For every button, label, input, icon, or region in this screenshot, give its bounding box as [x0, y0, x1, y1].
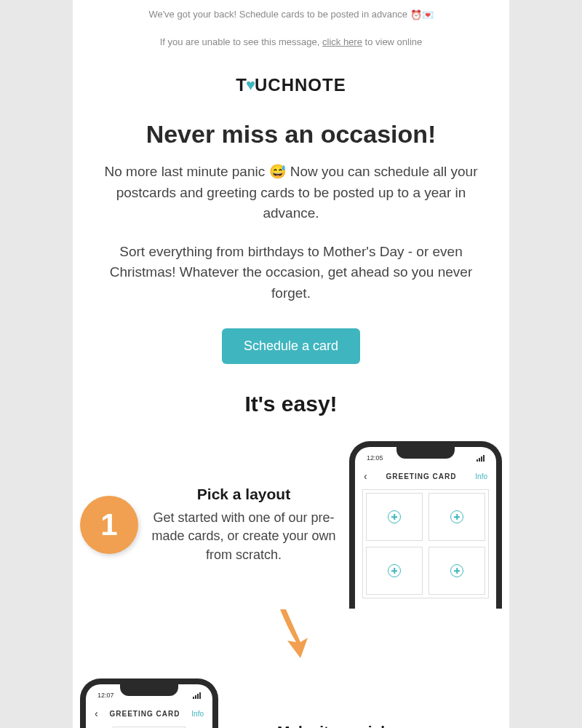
view-online-prefix: If you are unable to see this message,	[160, 36, 322, 47]
hero-paragraph-1: No more last minute panic 😅 Now you can …	[95, 162, 487, 224]
phone-header-2: ‹ GREETING CARD Info	[93, 705, 205, 727]
plus-icon	[388, 564, 401, 577]
step-row-1: 1 Pick a layout Get started with one of …	[73, 434, 509, 616]
step-text-1: Pick a layout Get started with one of ou…	[146, 486, 342, 564]
signal-icon	[477, 454, 485, 462]
plus-icon	[450, 564, 463, 577]
phone-time-1: 12:05	[367, 454, 383, 462]
view-online-bar: If you are unable to see this message, c…	[73, 29, 509, 58]
phone-notch-icon	[396, 447, 455, 459]
phone-info-2: Info	[191, 710, 204, 718]
phone-notch-icon	[120, 684, 178, 696]
phone-screen-2: 12:07 ‹ GREETING CARD Info	[86, 684, 212, 728]
card-cell	[428, 493, 485, 541]
preheader-bar: We've got your back! Schedule cards to b…	[73, 0, 509, 29]
schedule-card-button[interactable]: Schedule a card	[222, 328, 360, 364]
step-title-1: Pick a layout	[151, 486, 336, 503]
preheader-emoji: ⏰💌	[410, 9, 434, 20]
plus-icon	[388, 510, 401, 523]
phone-header-1: ‹ GREETING CARD Info	[362, 467, 489, 489]
sweat-smile-emoji-icon: 😅	[269, 164, 287, 179]
step-row-2: 12:07 ‹ GREETING CARD Info Make it speci…	[73, 671, 509, 728]
logo-wrap: T♥UCHNOTE	[73, 58, 509, 110]
phone-mockup-2: 12:07 ‹ GREETING CARD Info	[80, 678, 218, 728]
phone-screen-1: 12:05 ‹ GREETING CARD Info	[355, 447, 496, 609]
phone-mockup-1: 12:05 ‹ GREETING CARD Info	[349, 441, 502, 609]
cta-wrap: Schedule a card	[73, 323, 509, 384]
email-container: We've got your back! Schedule cards to b…	[73, 0, 509, 728]
step-text-2: Make it special Add your photos, one of …	[226, 723, 436, 728]
step-number-1: 1	[100, 507, 117, 542]
phone-header-title-2: GREETING CARD	[110, 710, 180, 718]
hero-body: No more last minute panic 😅 Now you can …	[73, 162, 509, 323]
card-layout-grid	[362, 489, 489, 598]
logo-part2: UCHNOTE	[255, 75, 346, 95]
view-online-suffix: to view online	[362, 36, 422, 47]
card-cell	[366, 547, 423, 595]
preheader-text: We've got your back! Schedule cards to b…	[148, 9, 410, 20]
step-title-2: Make it special	[231, 723, 431, 728]
step-desc-1: Get started with one of our pre-made car…	[151, 509, 336, 564]
brand-logo: T♥UCHNOTE	[236, 75, 346, 95]
phone-time-2: 12:07	[97, 692, 114, 699]
back-icon: ‹	[95, 708, 98, 719]
hero-p1-a: No more last minute panic	[105, 164, 269, 179]
signal-icon	[193, 692, 201, 699]
easy-title: It's easy!	[73, 384, 509, 434]
step-badge-1: 1	[80, 496, 138, 554]
back-icon: ‹	[364, 470, 367, 482]
card-cell	[366, 493, 423, 541]
hero-paragraph-2: Sort everything from birthdays to Mother…	[95, 242, 487, 304]
hero-title: Never miss an occasion!	[73, 110, 509, 162]
phone-info-1: Info	[475, 472, 487, 480]
card-cell	[428, 547, 485, 595]
view-online-link[interactable]: click here	[322, 36, 362, 47]
plus-icon	[450, 510, 463, 523]
phone-header-title-1: GREETING CARD	[386, 472, 457, 480]
